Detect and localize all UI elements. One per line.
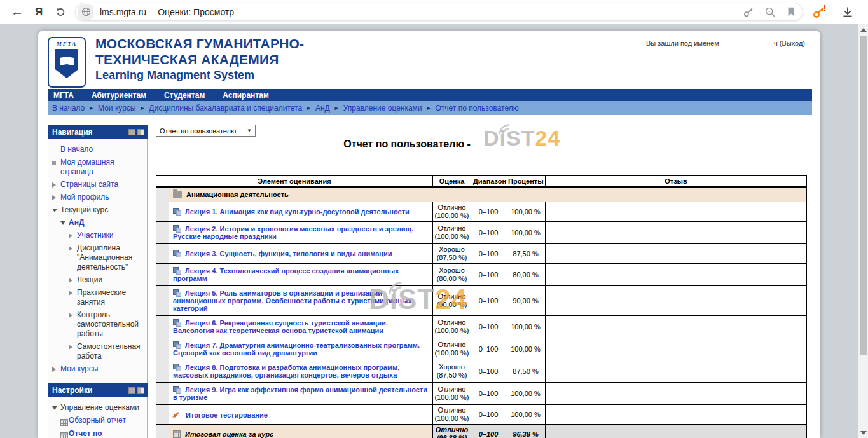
scrollbar-thumb[interactable] [860, 36, 867, 355]
right-arrow-icon[interactable] [69, 243, 77, 251]
scroll-up-arrow[interactable] [860, 28, 867, 32]
sidebar-item-label[interactable]: В начало [60, 145, 93, 154]
right-arrow-icon[interactable] [52, 193, 60, 200]
range-cell: 0–100 [471, 383, 506, 405]
block-collapse-icon[interactable] [128, 387, 135, 394]
square-arrow-icon [52, 158, 60, 165]
grade-cell: Отлично(100,00 %) [433, 316, 471, 338]
url-host[interactable]: lms.mgta.ru [100, 7, 146, 17]
page-scrollbar[interactable] [858, 24, 868, 438]
sidebar-item: Обзорный отчет [52, 416, 145, 426]
bookmark-icon[interactable] [786, 6, 796, 17]
breadcrumb-link[interactable]: Дисциплины бакалавриата и специалитета [149, 104, 302, 113]
navigation-block-header: Навигация [48, 125, 148, 139]
logout-link[interactable]: ч (Выход) [774, 39, 805, 47]
grade-item-link[interactable]: Лекция 1. Анимация как вид культурно-дос… [185, 208, 410, 216]
academy-title-line1: МОСКОВСКАЯ ГУМАНИТАРНО- [95, 36, 304, 51]
breadcrumb-link[interactable]: Отчет по пользователю [436, 104, 519, 113]
grade-item-link[interactable]: Лекция 6. Рекреационная сущность туристс… [173, 319, 388, 334]
category-cell: Анимационная деятельность [169, 187, 807, 202]
protect-key-icon[interactable]: ! [812, 5, 827, 19]
course-total-row: Итоговая оценка за курсОтлично(96,38 %)0… [156, 425, 807, 438]
grade-cell: Хорошо(80,00 %) [433, 264, 471, 286]
right-arrow-icon[interactable] [69, 310, 77, 318]
down-arrow-icon[interactable] [60, 218, 69, 225]
yandex-logo[interactable]: Я [28, 6, 50, 18]
right-arrow-icon[interactable] [69, 288, 77, 296]
grade-cell: Хорошо(87,50 %) [433, 244, 471, 264]
scroll-down-arrow[interactable] [860, 431, 867, 435]
grade-item-row: Лекция 2. История и хронология массовых … [156, 222, 807, 244]
download-icon[interactable] [841, 6, 854, 18]
breadcrumb-link[interactable]: Мои курсы [98, 104, 135, 113]
sidebar-item-label[interactable]: Отчет по пользователю [69, 429, 145, 438]
navbar-item-Аспирантам[interactable]: Аспирантам [214, 91, 278, 100]
academy-title: МОСКОВСКАЯ ГУМАНИТАРНО- ТЕХНИЧЕСКАЯ АКАД… [95, 36, 304, 83]
grade-item-link[interactable]: Лекция 3. Сущность, функция, типология и… [185, 250, 392, 257]
grade-item-link[interactable]: Лекция 2. История и хронология массовых … [173, 225, 413, 240]
feedback-cell [546, 383, 807, 405]
breadcrumb-link[interactable]: Управление оценками [343, 104, 422, 113]
sidebar-item-label: Контроль самостоятельной работы [77, 310, 145, 339]
grade-item-link[interactable]: Лекция 9. Игра как эффективная форма ани… [173, 386, 427, 401]
sidebar-item-label[interactable]: Мои курсы [60, 364, 98, 374]
range-cell: 0–100 [471, 316, 506, 338]
settings-block-title: Настройки [52, 386, 92, 395]
login-prefix: Вы зашли под именем [646, 39, 719, 47]
report-icon[interactable] [60, 416, 69, 426]
grade-item-link[interactable]: Итоговое тестирование [186, 411, 268, 419]
grade-value: Отлично [434, 292, 469, 301]
right-arrow-icon[interactable] [69, 231, 77, 238]
down-arrow-icon[interactable] [52, 205, 60, 212]
report-type-select[interactable]: Отчет по пользователю ▼ [156, 125, 256, 137]
column-header: Оценка [433, 175, 471, 187]
right-arrow-icon[interactable] [52, 180, 60, 188]
grade-cell: Отлично(100,00 %) [433, 338, 471, 360]
block-dock-icon[interactable] [137, 129, 144, 135]
sidebar-item-label[interactable]: Страницы сайта [60, 180, 118, 189]
block-collapse-icon[interactable] [128, 129, 135, 135]
back-icon[interactable]: ← [6, 4, 28, 19]
sidebar-item-label[interactable]: АнД [69, 218, 84, 228]
grade-value: Хорошо [434, 363, 469, 371]
percent-cell: 100,00 % [506, 405, 546, 425]
feedback-cell [546, 286, 807, 316]
login-status: Вы зашли под именем ч (Выход) [646, 39, 805, 47]
navbar-item-МГТА[interactable]: МГТА [48, 91, 83, 100]
sidebar-item-label[interactable]: Моя домашняя страница [60, 158, 145, 177]
sidebar-item-label[interactable]: Мой профиль [60, 193, 109, 202]
sidebar-item: Мой профиль [52, 193, 145, 202]
breadcrumb-link[interactable]: АнД [315, 104, 330, 113]
feedback-cell [546, 405, 807, 425]
key-icon[interactable] [743, 6, 754, 18]
page-content: МГТА МОСКОВСКАЯ ГУМАНИТАРНО- ТЕХНИЧЕСКАЯ… [38, 31, 820, 438]
reload-icon[interactable] [50, 6, 71, 18]
navbar-item-Студентам[interactable]: Студентам [155, 91, 214, 100]
right-arrow-icon[interactable] [69, 275, 77, 283]
navbar-item-Абитуриентам[interactable]: Абитуриентам [83, 91, 155, 100]
breadcrumb-separator-icon: ► [426, 105, 432, 111]
lesson-icon [173, 225, 181, 233]
grade-percent-paren: (100,00 %) [434, 327, 469, 335]
indent-cell [156, 286, 169, 316]
breadcrumb-link[interactable]: В начало [52, 104, 85, 113]
down-arrow-icon[interactable] [52, 403, 60, 410]
block-dock-icon[interactable] [137, 387, 144, 394]
column-header: Диапазон [471, 175, 506, 187]
range-cell: 0–100 [471, 244, 506, 264]
grade-item-link[interactable]: Лекция 4. Технологический процесс создан… [173, 267, 399, 282]
grade-item-link[interactable]: Лекция 7. Драматургия анимационно-театра… [173, 341, 420, 357]
right-arrow-icon[interactable] [52, 364, 60, 372]
sidebar-item: Моя домашняя страница [52, 158, 145, 177]
percent-cell: 87,50 % [506, 244, 546, 264]
grade-item-link[interactable]: Лекция 8. Подготовка и разработка анимац… [173, 364, 399, 379]
magnifier-icon[interactable] [764, 6, 776, 18]
navigation-block: Навигация В началоМоя домашняя страницаС… [48, 125, 148, 385]
report-icon[interactable] [60, 429, 69, 438]
address-bar[interactable]: lms.mgta.ru Оценки: Просмотр [75, 3, 803, 21]
grade-item-link[interactable]: Лекция 5. Роль аниматоров в организации … [173, 289, 412, 312]
right-arrow-icon[interactable] [69, 342, 77, 350]
sidebar-item-label[interactable]: Участники [77, 231, 113, 240]
sidebar-item-label[interactable]: Обзорный отчет [69, 416, 126, 425]
grade-item-cell: Лекция 4. Технологический процесс создан… [169, 264, 433, 286]
